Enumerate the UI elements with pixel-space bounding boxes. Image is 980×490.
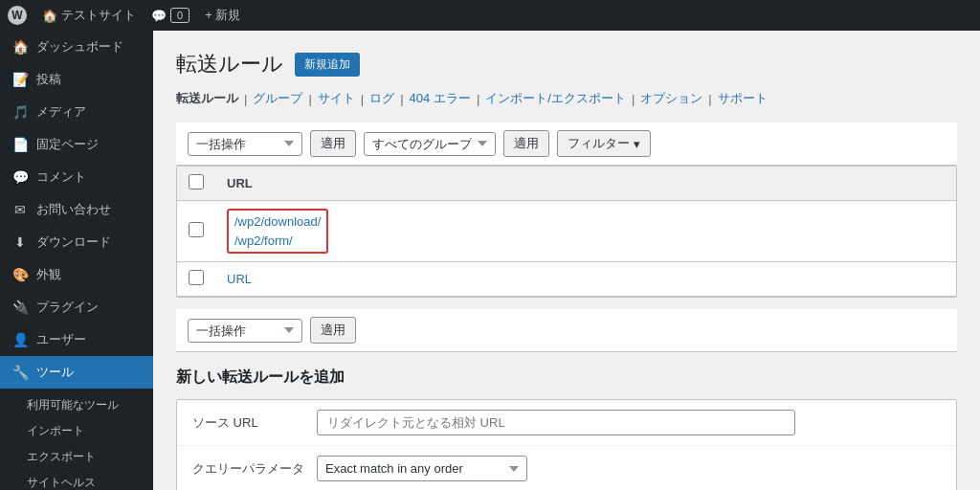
sub-nav-404[interactable]: 404 エラー — [410, 90, 471, 107]
comment-icon: 💬 — [151, 9, 167, 23]
add-new-button[interactable]: 新規追加 — [295, 53, 360, 77]
apply-bulk-top-button[interactable]: 適用 — [310, 130, 356, 157]
bulk-action-select-bottom[interactable]: 一括操作 — [188, 319, 302, 343]
sidebar-item-dashboard[interactable]: 🏠 ダッシュボード — [0, 31, 153, 63]
tools-icon: 🔧 — [11, 365, 29, 380]
row-checkbox-2[interactable] — [189, 270, 204, 285]
table-row-empty: URL — [177, 262, 956, 297]
sidebar-sub-import[interactable]: インポート — [0, 418, 153, 444]
dashboard-icon: 🏠 — [11, 39, 29, 55]
sub-nav: 転送ルール | グループ | サイト | ログ | 404 エラー | インポー… — [176, 90, 957, 107]
rules-table: URL /wp2/download//wp2/form/ — [177, 167, 956, 297]
top-toolbar: 一括操作 適用 すべてのグループ 適用 フィルター ▾ — [176, 122, 957, 166]
add-rule-form: ソース URL クエリーパラメータ Exact match in any ord… — [176, 399, 957, 490]
appearance-icon: 🎨 — [11, 267, 29, 282]
query-params-select[interactable]: Exact match in any order Ignore all para… — [317, 456, 527, 481]
main-content: 転送ルール 新規追加 転送ルール | グループ | サイト | ログ | 404… — [153, 31, 980, 490]
sub-nav-redirect-rules[interactable]: 転送ルール — [176, 90, 238, 107]
sidebar-sub-available-tools[interactable]: 利用可能なツール — [0, 392, 153, 418]
source-url-label: ソース URL — [192, 414, 317, 432]
sidebar-item-pages[interactable]: 📄 固定ページ — [0, 128, 153, 161]
source-url-row: ソース URL — [177, 400, 956, 446]
comments-icon: 💬 — [11, 169, 29, 185]
chevron-down-icon: ▾ — [634, 137, 640, 151]
sidebar-item-tools[interactable]: 🔧 ツール — [0, 356, 153, 389]
posts-icon: 📝 — [11, 72, 29, 87]
apply-group-button[interactable]: 適用 — [503, 130, 549, 157]
url-cell-empty: URL — [215, 262, 956, 297]
filter-button[interactable]: フィルター ▾ — [557, 130, 651, 157]
sidebar: 🏠 ダッシュボード 📝 投稿 🎵 メディア 📄 固定ページ 💬 コメント ✉ お… — [0, 31, 153, 490]
row-checkbox[interactable] — [189, 222, 204, 237]
table-row: /wp2/download//wp2/form/ — [177, 201, 956, 262]
query-params-label: クエリーパラメータ — [192, 460, 317, 478]
sidebar-item-posts[interactable]: 📝 投稿 — [0, 63, 153, 96]
comment-count: 0 — [170, 8, 189, 23]
bottom-toolbar: 一括操作 適用 — [176, 309, 957, 352]
sub-nav-sites[interactable]: サイト — [318, 90, 355, 107]
wp-logo[interactable]: W — [8, 6, 27, 25]
media-icon: 🎵 — [11, 104, 29, 120]
site-home-icon: 🏠 — [42, 9, 57, 23]
pages-icon: 📄 — [11, 137, 29, 152]
comments-bar-item[interactable]: 💬 0 — [151, 8, 189, 23]
download-icon: ⬇ — [11, 234, 29, 250]
sub-nav-support[interactable]: サポート — [718, 90, 768, 107]
wp-icon: W — [8, 6, 27, 25]
sidebar-item-appearance[interactable]: 🎨 外観 — [0, 258, 153, 291]
query-params-row: クエリーパラメータ Exact match in any order Ignor… — [177, 446, 956, 490]
sidebar-sub-health[interactable]: サイトヘルス — [0, 470, 153, 490]
select-all-checkbox[interactable] — [189, 174, 204, 189]
sidebar-sub-export[interactable]: エクスポート — [0, 444, 153, 470]
apply-bulk-bottom-button[interactable]: 適用 — [310, 317, 356, 344]
source-url-input[interactable] — [317, 410, 795, 435]
page-title-row: 転送ルール 新規追加 — [176, 50, 957, 78]
new-post-bar-item[interactable]: + 新規 — [205, 7, 240, 24]
bulk-action-select-top[interactable]: 一括操作 — [188, 132, 302, 156]
layout: 🏠 ダッシュボード 📝 投稿 🎵 メディア 📄 固定ページ 💬 コメント ✉ お… — [0, 31, 980, 490]
contact-icon: ✉ — [11, 202, 29, 217]
sidebar-item-download[interactable]: ⬇ ダウンロード — [0, 226, 153, 258]
sub-nav-import-export[interactable]: インポート/エクスポート — [485, 90, 626, 107]
sidebar-item-comments[interactable]: 💬 コメント — [0, 161, 153, 193]
sidebar-item-contact[interactable]: ✉ お問い合わせ — [0, 193, 153, 226]
tools-submenu: 利用可能なツール インポート エクスポート サイトヘルス 個人データのエクスポー… — [0, 389, 153, 490]
admin-bar: W 🏠 テストサイト 💬 0 + 新規 — [0, 0, 980, 31]
page-title: 転送ルール — [176, 50, 283, 78]
sub-nav-options[interactable]: オプション — [640, 90, 702, 107]
plugins-icon: 🔌 — [11, 300, 29, 315]
sidebar-item-media[interactable]: 🎵 メディア — [0, 96, 153, 128]
users-icon: 👤 — [11, 332, 29, 347]
sidebar-item-plugins[interactable]: 🔌 プラグイン — [0, 291, 153, 323]
url-cell-highlighted[interactable]: /wp2/download//wp2/form/ — [227, 209, 328, 254]
sidebar-item-users[interactable]: 👤 ユーザー — [0, 323, 153, 356]
sub-nav-logs[interactable]: ログ — [369, 90, 394, 107]
site-name[interactable]: 🏠 テストサイト — [42, 7, 136, 24]
rules-table-card: URL /wp2/download//wp2/form/ — [176, 166, 957, 298]
url-column-header: URL — [215, 167, 956, 201]
sub-nav-groups[interactable]: グループ — [253, 90, 302, 107]
add-section-title: 新しい転送ルールを追加 — [176, 368, 957, 388]
group-filter-select[interactable]: すべてのグループ — [364, 132, 496, 156]
